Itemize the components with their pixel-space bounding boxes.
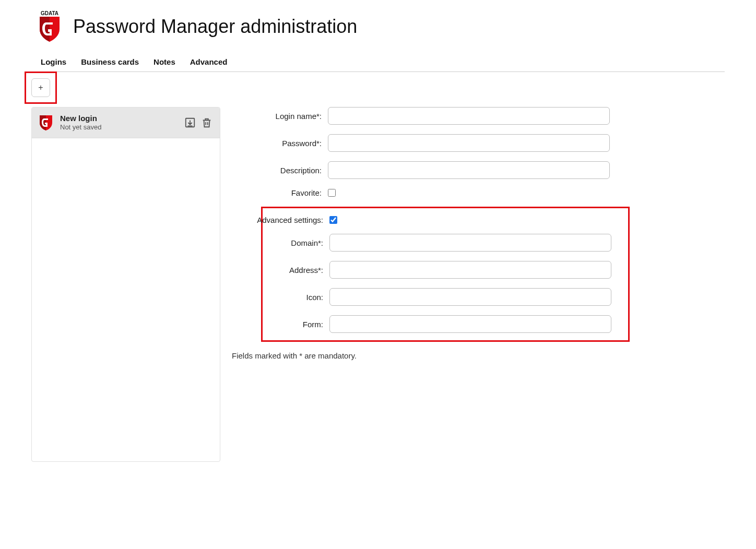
brand-logo-icon: GDATA — [37, 10, 63, 43]
save-icon[interactable] — [184, 117, 196, 128]
tab-logins[interactable]: Logins — [41, 57, 66, 66]
add-button[interactable]: + — [31, 78, 50, 97]
password-label: Password*: — [232, 139, 328, 148]
tab-business-cards[interactable]: Business cards — [81, 57, 139, 66]
favorite-checkbox[interactable] — [328, 189, 336, 197]
page-title: Password Manager administration — [73, 16, 357, 38]
tabs-row: Logins Business cards Notes Advanced — [31, 57, 725, 72]
address-input[interactable] — [329, 261, 611, 279]
form-field-input[interactable] — [329, 315, 611, 333]
trash-icon[interactable] — [201, 117, 212, 128]
list-item-title: New login — [60, 114, 177, 123]
logins-list: New login Not yet saved — [31, 107, 220, 462]
list-item-actions — [184, 117, 212, 128]
tab-notes[interactable]: Notes — [153, 57, 175, 66]
domain-label: Domain*: — [233, 238, 329, 247]
favorite-label: Favorite: — [232, 188, 328, 197]
list-item-text: New login Not yet saved — [60, 114, 177, 132]
icon-input[interactable] — [329, 288, 611, 306]
advanced-settings-highlight: Advanced settings: Domain*: Address*: Ic… — [261, 207, 630, 342]
description-input[interactable] — [328, 161, 610, 179]
shield-icon — [39, 114, 53, 131]
svg-text:GDATA: GDATA — [41, 10, 58, 16]
password-input[interactable] — [328, 134, 610, 152]
add-button-highlight: + — [25, 71, 57, 104]
form-field-label: Form: — [233, 320, 329, 329]
address-label: Address*: — [233, 266, 329, 274]
list-item[interactable]: New login Not yet saved — [32, 108, 220, 138]
icon-label: Icon: — [233, 293, 329, 302]
login-name-label: Login name*: — [232, 112, 328, 121]
login-name-input[interactable] — [328, 107, 610, 125]
login-form: Login name*: Password*: Description: Fav… — [232, 107, 725, 360]
advanced-settings-checkbox[interactable] — [329, 216, 337, 224]
tab-advanced[interactable]: Advanced — [190, 57, 228, 66]
list-item-subtitle: Not yet saved — [60, 123, 177, 132]
mandatory-hint: Fields marked with * are mandatory. — [232, 351, 725, 360]
plus-icon: + — [38, 83, 43, 92]
domain-input[interactable] — [329, 234, 611, 252]
description-label: Description: — [232, 166, 328, 175]
advanced-settings-label: Advanced settings: — [233, 216, 329, 224]
header: GDATA Password Manager administration — [37, 10, 725, 43]
